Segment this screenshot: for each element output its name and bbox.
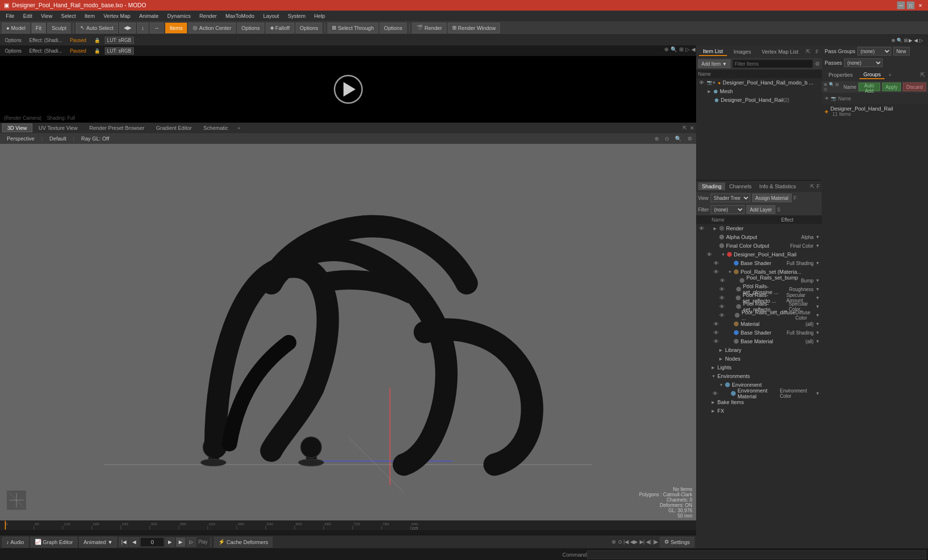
options3-button[interactable]: Options — [380, 23, 407, 33]
tab-images[interactable]: Images — [730, 48, 755, 56]
audio-button[interactable]: ♪ Audio — [2, 537, 29, 547]
play-button[interactable] — [334, 75, 363, 104]
shading-fx[interactable]: ▶ FX — [696, 406, 822, 415]
shading-final-color[interactable]: Final Color Output Final Color ▼ — [696, 241, 822, 250]
minimize-button[interactable]: ─ — [897, 1, 905, 9]
preview-icon-3[interactable]: ⊞ — [679, 46, 684, 53]
shading-material[interactable]: 👁 Material (all) ▼ — [696, 320, 822, 328]
view-controls-icon-2[interactable]: ⊙ — [665, 136, 669, 142]
view3d-expand-icon[interactable]: ⇱ — [683, 125, 687, 131]
shading-base-shader-1[interactable]: 👁 Base Shader Full Shading ▼ — [696, 259, 822, 267]
command-input[interactable] — [587, 550, 926, 559]
tree-item-rail[interactable]: ⬟ Designer_Pool_Hand_Rail (2) — [696, 96, 822, 104]
tab-uv-texture[interactable]: UV Texture View — [33, 124, 83, 132]
tab-properties[interactable]: Properties — [825, 71, 857, 79]
preview-icon-2[interactable]: 🔍 — [671, 46, 677, 53]
select-through-button[interactable]: ⊠ Select Through — [328, 23, 378, 33]
skip-start-button[interactable]: |◀ — [119, 537, 128, 547]
shading-base-shader-2[interactable]: 👁 Base Shader Full Shading ▼ — [696, 328, 822, 337]
tab-groups[interactable]: Groups — [859, 70, 885, 79]
shading-library[interactable]: ▶ Library — [696, 346, 822, 354]
step-forward-button[interactable]: ▶ — [165, 537, 175, 547]
options1-button[interactable]: Options — [237, 23, 264, 33]
shading-nodes[interactable]: ▶ Nodes — [696, 354, 822, 363]
menu-animate[interactable]: Animate — [135, 12, 162, 20]
tab-gradient-editor[interactable]: Gradient Editor — [151, 124, 197, 132]
toolbar-arrows2-button[interactable]: ↕ — [137, 23, 149, 33]
step-back-button[interactable]: ◀ — [129, 537, 139, 547]
auto-add-button[interactable]: Auto Add — [858, 83, 880, 91]
add-item-button[interactable]: Add Item ▼ — [698, 59, 730, 68]
shading-render[interactable]: 👁 ▶ Render — [696, 224, 822, 233]
tab-item-list[interactable]: Item List — [699, 47, 727, 56]
shading-environments[interactable]: ▼ Environments — [696, 372, 822, 380]
shading-pool-rail[interactable]: 👁 ▼ Designer_Pool_Hand_Rail — [696, 250, 822, 259]
items-button[interactable]: Items — [165, 23, 187, 33]
item-list-expand[interactable]: ⇱ — [806, 48, 811, 55]
add-layer-button[interactable]: Add Layer — [746, 205, 775, 214]
preview-icon-4[interactable]: ▷ — [685, 46, 689, 53]
menu-vertex-map[interactable]: Vertex Map — [100, 12, 134, 20]
shading-expand-icon[interactable]: ⇱ — [810, 183, 814, 190]
shading-rails-diffuse[interactable]: 👁 Pool_Rails_set_diffuse ... Diffuse Col… — [696, 311, 822, 320]
mode-model-button[interactable]: ● Model — [2, 23, 30, 33]
shading-env-material[interactable]: 👁 Environment Material Environment Color… — [696, 389, 822, 398]
filter-none-select[interactable]: (none) — [711, 205, 744, 214]
menu-edit[interactable]: Edit — [19, 12, 36, 20]
close-button[interactable]: ✕ — [916, 1, 924, 9]
tree-item-root[interactable]: 👁 📷 ▼ ● Designer_Pool_Hand_Rail_modo_b .… — [696, 78, 822, 87]
options2-button[interactable]: Options — [296, 23, 323, 33]
assign-material-button[interactable]: Assign Material — [752, 194, 792, 202]
groups-expand[interactable]: ⇱ — [920, 71, 925, 78]
groups-add-icon[interactable]: + — [888, 72, 891, 78]
animated-button[interactable]: Animated ▼ — [79, 537, 117, 547]
group-entry-designer[interactable]: ◈ Designer_Pool_Hand_Rail 11 Items — [822, 104, 928, 118]
tab-3d-view[interactable]: 3D View — [2, 124, 32, 132]
view-controls-icon-4[interactable]: ⚙ — [687, 136, 692, 142]
options-preview[interactable]: Options — [2, 48, 24, 54]
timeline-content[interactable] — [0, 530, 696, 535]
menu-layout[interactable]: Layout — [259, 12, 283, 20]
cache-deformers-button[interactable]: ⚡ Cache Deformers — [214, 537, 272, 547]
tree-item-mesh[interactable]: ▶ ⬟ Mesh — [696, 87, 822, 96]
tab-add-button[interactable]: + — [234, 124, 243, 132]
shading-lights[interactable]: ▶ Lights — [696, 363, 822, 372]
frame-input[interactable] — [140, 537, 164, 547]
passes-select[interactable]: (none) — [844, 58, 883, 67]
tab-channels[interactable]: Channels — [725, 182, 755, 190]
options-status[interactable]: Options — [2, 37, 24, 43]
new-pass-button[interactable]: New — [893, 47, 910, 56]
menu-item[interactable]: Item — [81, 12, 99, 20]
action-center-button[interactable]: ◎ Action Center — [188, 23, 236, 33]
apply-button[interactable]: Apply — [882, 83, 901, 91]
menu-dynamics[interactable]: Dynamics — [163, 12, 194, 20]
toolbar-arrows3-button[interactable]: ↔ — [150, 23, 164, 33]
toolbar-arrows-button[interactable]: ◀▶ — [119, 23, 136, 33]
tab-render-preset[interactable]: Render Preset Browser — [84, 124, 150, 132]
menu-render[interactable]: Render — [196, 12, 221, 20]
shading-base-material[interactable]: 👁 Base Material (all) ▼ — [696, 337, 822, 346]
render-button[interactable]: 🎬 Render — [412, 23, 446, 33]
auto-select-button[interactable]: ↖ Auto Select — [76, 23, 117, 33]
discard-button[interactable]: Discard — [903, 83, 926, 91]
tab-schematic[interactable]: Schematic — [198, 124, 233, 132]
settings-button[interactable]: ⚙ Settings — [660, 537, 694, 547]
maximize-button[interactable]: □ — [907, 1, 914, 9]
item-list-pin[interactable]: F — [815, 49, 819, 55]
menu-select[interactable]: Select — [57, 12, 80, 20]
preview-icon-5[interactable]: ◀ — [691, 46, 695, 53]
tab-info-statistics[interactable]: Info & Statistics — [756, 182, 800, 190]
shader-tree-select[interactable]: Shader Tree — [711, 194, 750, 202]
falloff-button[interactable]: ◈ Falloff — [266, 23, 294, 33]
mode-sculpt-button[interactable]: Sculpt — [47, 23, 71, 33]
menu-help[interactable]: Help — [310, 12, 329, 20]
filter-icon[interactable]: ⚙ — [815, 61, 820, 67]
pass-groups-select[interactable]: (none) — [857, 47, 891, 56]
preview-icon-1[interactable]: ⊕ — [664, 46, 669, 53]
graph-editor-button[interactable]: 📈 Graph Editor — [30, 537, 77, 547]
tab-shading[interactable]: Shading — [698, 182, 725, 190]
menu-maxtomodo[interactable]: MaxToModo — [222, 12, 258, 20]
tab-vertex-map-list[interactable]: Vertex Map List — [758, 48, 802, 56]
shading-pin-icon[interactable]: F — [816, 183, 820, 189]
view3d-canvas[interactable]: No Items Polygons : Catmull-Clark Channe… — [0, 144, 696, 520]
